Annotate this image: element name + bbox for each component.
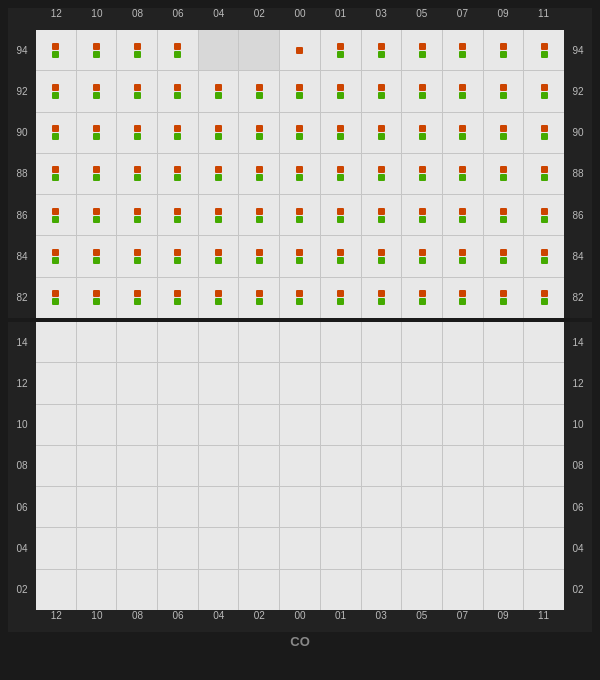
grid-cell — [36, 154, 77, 194]
grid-cell — [117, 278, 158, 318]
x-label-07: 07 — [442, 8, 483, 30]
bx-label-05: 05 — [401, 610, 442, 632]
bottom-grid-cell — [158, 446, 199, 486]
bottom-grid-cell — [239, 528, 280, 568]
grid-cell — [402, 154, 443, 194]
bottom-grid-cell — [158, 528, 199, 568]
bottom-grid-cell — [280, 446, 321, 486]
x-label-12: 12 — [36, 8, 77, 30]
grid-cell — [158, 154, 199, 194]
bottom-grid-row — [36, 528, 564, 569]
bx-label-06: 06 — [158, 610, 199, 632]
bottom-grid-cell — [321, 363, 362, 403]
grid-cell — [321, 30, 362, 70]
grid-cell — [524, 278, 564, 318]
y-82: 82 — [8, 277, 36, 318]
y-92: 92 — [8, 71, 36, 112]
grid-cell — [402, 278, 443, 318]
bottom-grid-cell — [321, 322, 362, 362]
grid-cell — [239, 71, 280, 111]
bx-label-00: 00 — [280, 610, 321, 632]
bottom-grid-cell — [36, 487, 77, 527]
grid-cell — [362, 30, 403, 70]
bot-left-spacer — [8, 610, 36, 632]
bottom-x-labels: 12 10 08 06 04 02 00 01 03 05 07 09 11 — [36, 610, 564, 632]
y-88-r: 88 — [564, 153, 592, 194]
top-grid-row — [36, 236, 564, 277]
top-right-y-axis: 94 92 90 88 86 84 82 — [564, 30, 592, 318]
grid-cell — [117, 154, 158, 194]
bottom-grid-cell — [362, 405, 403, 445]
bottom-grid-cell — [280, 487, 321, 527]
grid-cell — [362, 278, 403, 318]
grid-cell — [443, 113, 484, 153]
grid-cell — [239, 113, 280, 153]
top-grid-row — [36, 278, 564, 318]
bottom-grid-cell — [443, 570, 484, 610]
y-06: 06 — [8, 487, 36, 528]
bottom-grid-cell — [524, 570, 564, 610]
x-label-11: 11 — [523, 8, 564, 30]
bottom-grid-cell — [36, 446, 77, 486]
y-14-r: 14 — [564, 322, 592, 363]
bottom-grid-cell — [158, 570, 199, 610]
grid-cell — [362, 195, 403, 235]
bottom-grid-cell — [280, 363, 321, 403]
y-02: 02 — [8, 569, 36, 610]
grid-cell — [484, 278, 525, 318]
bottom-grid-cell — [321, 405, 362, 445]
grid-cell — [443, 154, 484, 194]
grid-cell — [321, 278, 362, 318]
x-label-05: 05 — [401, 8, 442, 30]
x-label-03: 03 — [361, 8, 402, 30]
bottom-grid-cell — [280, 405, 321, 445]
bottom-grid-cell — [199, 363, 240, 403]
grid-cell — [239, 195, 280, 235]
bottom-grid-cell — [524, 487, 564, 527]
bottom-grid-cell — [484, 487, 525, 527]
bx-label-02: 02 — [239, 610, 280, 632]
bottom-grid-cell — [36, 363, 77, 403]
grid-cell — [36, 113, 77, 153]
bottom-grid-cell — [524, 363, 564, 403]
grid-cell — [36, 30, 77, 70]
bottom-grid-cell — [199, 322, 240, 362]
grid-cell — [321, 71, 362, 111]
y-08-r: 08 — [564, 445, 592, 486]
bottom-grid-cell — [443, 322, 484, 362]
grid-cell — [77, 71, 118, 111]
y-84-r: 84 — [564, 236, 592, 277]
grid-cell — [77, 278, 118, 318]
grid-cell — [199, 154, 240, 194]
bottom-grid-cell — [117, 487, 158, 527]
grid-cell — [484, 71, 525, 111]
bx-label-01: 01 — [320, 610, 361, 632]
bottom-grid-cell — [239, 570, 280, 610]
y-12: 12 — [8, 363, 36, 404]
bx-label-03: 03 — [361, 610, 402, 632]
grid-cell — [117, 236, 158, 276]
bottom-data-area — [36, 322, 564, 610]
grid-cell — [484, 113, 525, 153]
bottom-grid-row — [36, 363, 564, 404]
y-02-r: 02 — [564, 569, 592, 610]
grid-cell — [158, 30, 199, 70]
bottom-grid-cell — [117, 446, 158, 486]
grid-cell — [239, 154, 280, 194]
grid-cell — [280, 236, 321, 276]
bottom-grid-cell — [77, 363, 118, 403]
bottom-grid-cell — [321, 487, 362, 527]
grid-cell — [199, 71, 240, 111]
bottom-grid-cell — [484, 405, 525, 445]
bottom-grid-cell — [321, 446, 362, 486]
y-12-r: 12 — [564, 363, 592, 404]
grid-cell — [117, 195, 158, 235]
x-label-06: 06 — [158, 8, 199, 30]
y-92-r: 92 — [564, 71, 592, 112]
bottom-grid-cell — [524, 446, 564, 486]
bx-label-11: 11 — [523, 610, 564, 632]
bottom-grid-cell — [524, 322, 564, 362]
grid-cell — [36, 71, 77, 111]
top-x-labels: 12 10 08 06 04 02 00 01 03 05 07 09 11 — [36, 8, 564, 30]
top-grid-row — [36, 30, 564, 71]
